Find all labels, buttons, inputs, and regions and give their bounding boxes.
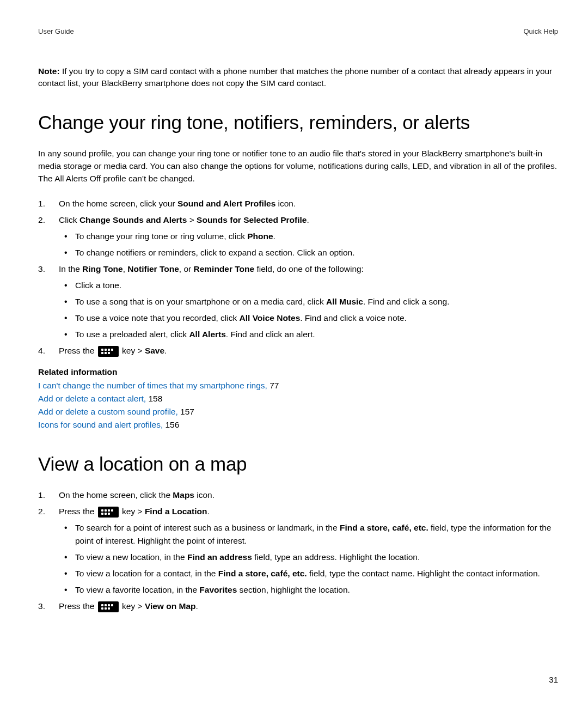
step-1: On the home screen, click your Sound and… <box>38 197 558 210</box>
step-2: Click Change Sounds and Alerts > Sounds … <box>38 214 558 259</box>
list-item: To use a voice note that you recorded, c… <box>59 312 558 325</box>
list-item: To view a favorite location, in the Favo… <box>59 583 558 597</box>
steps-list-2: On the home screen, click the Maps icon.… <box>38 489 558 613</box>
heading-ringtone: Change your ring tone, notifiers, remind… <box>38 112 558 133</box>
related-info-heading: Related information <box>38 367 558 377</box>
link-sound-profile[interactable]: Add or delete a custom sound profile, <box>38 407 180 416</box>
list-item: To change your ring tone or ring volume,… <box>59 230 558 243</box>
blackberry-key-icon <box>98 601 119 612</box>
step-3-sublist: Click a tone. To use a song that is on y… <box>59 279 558 341</box>
page-header: User Guide Quick Help <box>38 27 558 35</box>
related-link: Add or delete a custom sound profile, 15… <box>38 405 558 418</box>
list-item: To use a song that is on your smartphone… <box>59 295 558 308</box>
step-2: Press the key > Find a Location. To sear… <box>38 505 558 597</box>
link-rings[interactable]: I can't change the number of times that … <box>38 381 270 390</box>
step-2-sublist: To change your ring tone or ring volume,… <box>59 230 558 259</box>
note-text: If you try to copy a SIM card contact wi… <box>38 66 552 88</box>
step-3: In the Ring Tone, Notifier Tone, or Remi… <box>38 263 558 341</box>
related-link: I can't change the number of times that … <box>38 379 558 392</box>
blackberry-key-icon <box>98 507 119 518</box>
list-item: Click a tone. <box>59 279 558 292</box>
step-1: On the home screen, click the Maps icon. <box>38 489 558 502</box>
header-right: Quick Help <box>523 27 558 35</box>
step-4: Press the key > Save. <box>38 344 558 357</box>
list-item: To view a location for a contact, in the… <box>59 567 558 580</box>
steps-list-1: On the home screen, click your Sound and… <box>38 197 558 357</box>
list-item: To change notifiers or reminders, click … <box>59 246 558 259</box>
header-left: User Guide <box>38 27 74 35</box>
link-icons-profiles[interactable]: Icons for sound and alert profiles, <box>38 420 166 429</box>
link-contact-alert[interactable]: Add or delete a contact alert, <box>38 394 148 403</box>
page-number: 31 <box>549 675 558 684</box>
related-link: Add or delete a contact alert, 158 <box>38 392 558 405</box>
related-link: Icons for sound and alert profiles, 156 <box>38 418 558 431</box>
blackberry-key-icon <box>98 346 119 357</box>
intro-text: In any sound profile, you can change you… <box>38 147 558 185</box>
list-item: To search for a point of interest such a… <box>59 521 558 547</box>
note-paragraph: Note: If you try to copy a SIM card cont… <box>38 65 558 90</box>
note-label: Note: <box>38 66 60 76</box>
list-item: To view a new location, in the Find an a… <box>59 551 558 564</box>
step-3: Press the key > View on Map. <box>38 600 558 613</box>
step-2-sublist: To search for a point of interest such a… <box>59 521 558 597</box>
list-item: To use a preloaded alert, click All Aler… <box>59 328 558 341</box>
heading-view-map: View a location on a map <box>38 453 558 475</box>
